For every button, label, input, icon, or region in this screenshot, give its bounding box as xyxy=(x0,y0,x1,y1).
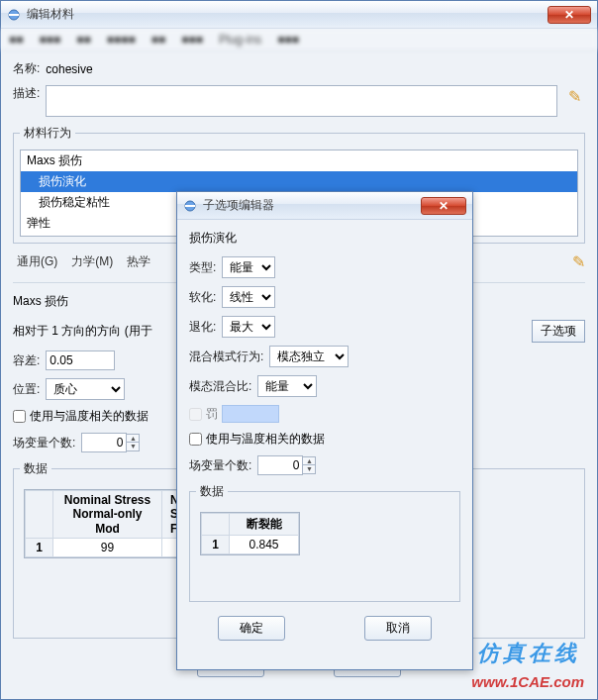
mixmode-label: 混合模式行为: xyxy=(189,349,263,365)
sub-window-title: 子选项编辑器 xyxy=(203,197,418,214)
sub-temp-dep-checkbox[interactable] xyxy=(189,433,202,446)
degrade-select[interactable]: 最大 xyxy=(222,316,275,338)
pencil-icon: ✎ xyxy=(568,87,581,106)
sub-fieldvars-spinner[interactable]: ▲ ▼ xyxy=(257,455,316,475)
main-data-legend: 数据 xyxy=(20,460,51,477)
edit-behavior-button[interactable]: ✎ xyxy=(567,251,589,273)
position-select[interactable]: 质心 xyxy=(46,378,125,400)
sub-temp-dep-label: 使用与温度相关的数据 xyxy=(206,431,325,448)
temp-dependent-label: 使用与温度相关的数据 xyxy=(30,408,149,425)
app-icon xyxy=(183,199,197,213)
edit-description-button[interactable]: ✎ xyxy=(563,85,585,107)
fieldvars-label: 场变量个数: xyxy=(13,435,75,451)
highlighted-field xyxy=(222,405,279,423)
spinner-down-icon[interactable]: ▼ xyxy=(126,443,140,451)
sub-data-table[interactable]: 断裂能 1 0.845 xyxy=(200,512,300,555)
desc-label: 描述: xyxy=(13,85,40,102)
spinner-down-icon[interactable]: ▼ xyxy=(302,465,316,474)
table-corner xyxy=(202,514,230,536)
spinner-up-icon[interactable]: ▲ xyxy=(126,434,140,443)
main-close-button[interactable]: ✕ xyxy=(548,6,591,24)
row-index: 1 xyxy=(202,536,230,554)
sub-col1-header: 断裂能 xyxy=(230,514,299,536)
app-icon xyxy=(7,8,21,22)
sub-data-legend: 数据 xyxy=(196,483,228,500)
degrade-label: 退化: xyxy=(189,319,216,336)
table-col1-header: Nominal Stress Normal-only Mod xyxy=(53,491,162,539)
main-window-title: 编辑材料 xyxy=(27,6,545,23)
sub-data-group: 数据 断裂能 1 0.845 xyxy=(189,483,460,602)
tolerance-input[interactable] xyxy=(46,350,115,370)
mixmode-select[interactable]: 模态独立 xyxy=(269,346,349,367)
sub-ok-button[interactable]: 确定 xyxy=(218,616,285,641)
tab-mechanical[interactable]: 力学(M) xyxy=(67,251,117,272)
description-input[interactable] xyxy=(46,85,557,117)
position-label: 位置: xyxy=(13,381,40,398)
suboption-editor-window: 子选项编辑器 ✕ 损伤演化 类型: 能量 软化: 线性 退化: 最大 混合模式行… xyxy=(176,191,473,670)
sub-col1-cell[interactable]: 0.845 xyxy=(230,536,299,554)
table-row[interactable]: 1 99 xyxy=(26,539,202,557)
tab-general[interactable]: 通用(G) xyxy=(13,251,61,272)
fieldvars-input[interactable] xyxy=(81,433,127,452)
main-titlebar: 编辑材料 ✕ xyxy=(1,1,597,29)
watermark-url: www.1CAE.com xyxy=(471,673,584,690)
suboptions-button[interactable]: 子选项 xyxy=(532,320,585,343)
close-icon: ✕ xyxy=(439,199,448,213)
name-value: cohesive xyxy=(46,62,92,76)
type-select[interactable]: 能量 xyxy=(222,256,275,278)
sub-button-row: 确定 取消 xyxy=(189,616,460,641)
sub-cancel-button[interactable]: 取消 xyxy=(364,616,432,641)
col1-cell[interactable]: 99 xyxy=(53,539,162,557)
pencil-icon: ✎ xyxy=(572,252,585,271)
close-icon: ✕ xyxy=(564,8,574,22)
spinner-up-icon[interactable]: ▲ xyxy=(302,456,316,465)
svg-rect-3 xyxy=(185,205,195,207)
svg-rect-1 xyxy=(9,14,19,16)
row-index: 1 xyxy=(26,539,53,557)
penalty-label: 罚 xyxy=(206,406,218,423)
sub-titlebar: 子选项编辑器 ✕ xyxy=(177,192,472,220)
mixratio-label: 模态混合比: xyxy=(189,378,251,395)
sub-fieldvars-label: 场变量个数: xyxy=(189,457,251,474)
mixratio-select[interactable]: 能量 xyxy=(257,375,317,397)
direction-label: 相对于 1 方向的方向 (用于 xyxy=(13,323,152,340)
name-label: 名称: xyxy=(13,60,40,77)
watermark-text: 仿真在线 xyxy=(477,639,580,668)
sub-fieldvars-input[interactable] xyxy=(257,455,303,475)
table-corner xyxy=(26,491,53,539)
penalty-checkbox xyxy=(189,408,202,421)
list-item[interactable]: Maxs 损伤 xyxy=(21,150,577,171)
type-label: 类型: xyxy=(189,259,216,276)
sub-client-area: 损伤演化 类型: 能量 软化: 线性 退化: 最大 混合模式行为: 模态独立 模… xyxy=(177,220,472,650)
sub-close-button[interactable]: ✕ xyxy=(421,197,466,215)
fieldvars-spinner[interactable]: ▲ ▼ xyxy=(81,433,140,452)
list-item[interactable]: 损伤演化 xyxy=(21,171,577,192)
main-menubar: ■■■■■■■■■■■■■■■■Plug-ins■■■ xyxy=(1,29,597,50)
tolerance-label: 容差: xyxy=(13,352,40,369)
soften-label: 软化: xyxy=(189,289,216,306)
temp-dependent-checkbox[interactable] xyxy=(13,410,26,423)
table-row[interactable]: 1 0.845 xyxy=(202,536,299,554)
material-behavior-legend: 材料行为 xyxy=(20,125,75,142)
soften-select[interactable]: 线性 xyxy=(222,286,275,308)
tab-thermal[interactable]: 热学 xyxy=(123,251,154,272)
damage-evolution-heading: 损伤演化 xyxy=(189,230,460,247)
